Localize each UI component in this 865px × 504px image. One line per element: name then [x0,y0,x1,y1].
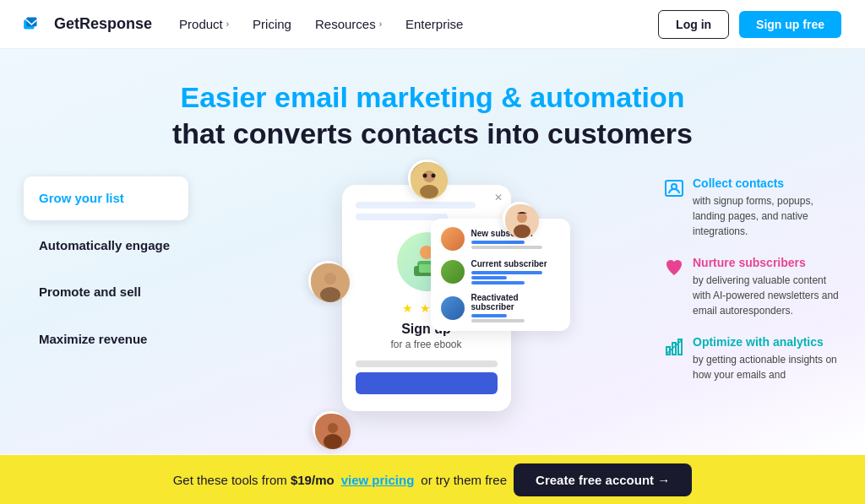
svg-point-15 [324,434,342,449]
right-features: Collect contacts with signup forms, popu… [664,160,841,454]
sub-bar [471,246,542,249]
price-text: $19/mo [291,473,335,487]
hero-section: Easier email marketing & automation that… [0,49,865,454]
svg-point-8 [324,273,336,285]
signup-card-sub: for a free ebook [356,339,498,350]
feature-desc-nurture: by delivering valuable content with AI-p… [693,273,841,318]
subheadline: that converts contacts into customers [172,116,693,152]
login-button[interactable]: Log in [658,10,729,39]
contacts-icon [664,178,684,198]
sidebar-item-engage[interactable]: Automatically engage [24,224,188,268]
bottom-bar-suffix: or try them free [421,473,507,487]
nav-right: Log in Sign up free [658,10,841,39]
nav-item-pricing[interactable]: Pricing [253,17,291,31]
feature-desc-analytics: by getting actionable insights on how yo… [693,352,841,382]
chevron-down-icon: › [226,19,229,29]
left-sidebar: Grow your list Automatically engage Prom… [24,160,188,454]
card-line-1 [356,202,476,209]
logo[interactable]: GetResponse [24,15,152,33]
feature-title-analytics: Optimize with analytics [693,335,841,349]
create-account-button[interactable]: Create free account → [514,463,692,496]
nav-item-resources[interactable]: Resources › [315,17,382,31]
nav-left: GetResponse Product › Pricing Resources … [24,15,463,33]
card-line-2 [356,214,448,220]
nav-items: Product › Pricing Resources › Enterprise [179,17,463,31]
feature-title-nurture: Nurture subscribers [693,256,841,269]
svg-point-5 [422,174,427,178]
avatar-bottom-left [313,411,348,447]
signup-button[interactable]: Sign up free [739,11,841,38]
sub-bar [471,314,507,317]
card-input-mock [356,360,498,367]
avatar-reactivated [441,296,465,320]
avatar-right-top [503,202,536,236]
sub-bar [471,319,525,322]
illustration-container: ✕ ★ ★ ★ Sig [291,168,562,454]
sub-bar [471,241,525,244]
subscriber-item-new: New subscriber [441,227,560,251]
avatar-top [408,160,445,197]
hero-headline: Easier email marketing & automation that… [172,49,693,151]
card-button-mock [356,372,498,394]
svg-point-12 [514,225,530,238]
logo-icon [24,16,47,33]
sidebar-item-grow[interactable]: Grow your list [24,176,188,220]
subscriber-label-current: Current subscriber [471,259,560,268]
headline-plain: Easier [180,81,275,113]
center-illustration: ✕ ★ ★ ★ Sig [188,160,664,454]
sidebar-item-promote[interactable]: Promote and sell [24,270,188,314]
svg-point-4 [420,185,438,198]
sidebar-item-maximize[interactable]: Maximize revenue [24,317,188,361]
sub-bar [471,271,542,274]
feature-title-collect: Collect contacts [693,176,841,190]
chevron-down-icon: › [379,19,382,29]
avatar-left [308,261,347,300]
feature-desc-collect: with signup forms, popups, landing pages… [693,193,841,239]
card-lines [356,202,498,220]
bottom-bar: Get these tools from $19/mo view pricing… [0,455,865,504]
sub-bar [471,276,507,279]
subscriber-list: New subscriber Current subscriber [431,219,570,331]
feature-analytics: Optimize with analytics by getting actio… [664,335,841,382]
subscriber-item-reactivated: Reactivated subscriber [441,293,560,322]
close-icon[interactable]: ✕ [494,192,503,203]
avatar-current [441,260,465,284]
avatar-new [441,227,465,251]
navbar: GetResponse Product › Pricing Resources … [0,0,865,49]
view-pricing-link[interactable]: view pricing [341,473,415,487]
nav-item-enterprise[interactable]: Enterprise [405,17,463,31]
bottom-bar-prefix: Get these tools from $19/mo [173,473,335,487]
sub-bar [471,281,525,285]
subscriber-label-reactivated: Reactivated subscriber [471,293,560,312]
headline: Easier email marketing & automation [172,79,693,116]
svg-point-9 [320,287,340,302]
nav-item-product[interactable]: Product › [179,17,229,31]
subscriber-item-current: Current subscriber [441,259,560,285]
heart-icon [664,257,684,278]
feature-nurture: Nurture subscribers by delivering valuab… [664,256,841,318]
svg-point-14 [328,423,338,433]
svg-point-6 [431,174,435,178]
logo-wordmark: GetResponse [54,15,152,33]
analytics-icon [664,337,684,357]
headline-accent: email marketing & automation [275,81,685,113]
main-content: Grow your list Automatically engage Prom… [0,160,865,454]
svg-point-11 [517,213,527,223]
feature-collect: Collect contacts with signup forms, popu… [664,176,841,239]
